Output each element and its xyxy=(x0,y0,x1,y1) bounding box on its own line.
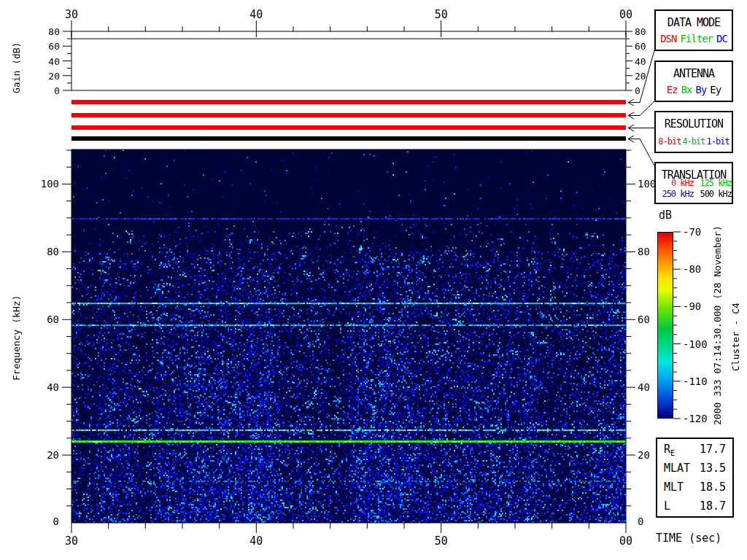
svg-text:40: 40 xyxy=(638,381,650,393)
svg-text:80: 80 xyxy=(638,246,650,257)
svg-text:0: 0 xyxy=(53,516,59,527)
translation-option-0khz: 0 kHz xyxy=(656,178,694,189)
svg-text:-90: -90 xyxy=(683,300,701,312)
resolution-option-1bit: 1-bit xyxy=(707,136,729,147)
data-mode-title: DATA MODE xyxy=(656,16,732,29)
translation-panel: TRANSLATION 0 kHz 125 kHz 250 kHz 500 kH… xyxy=(654,162,733,204)
translation-option-125khz: 125 kHz xyxy=(694,178,732,189)
ephemeris-box: RE 17.7 MLAT 13.5 MLT 18.5 L 18.7 xyxy=(656,438,734,518)
resolution-title: RESOLUTION xyxy=(656,117,732,131)
ephemeris-value: 13.5 xyxy=(700,461,726,480)
antenna-title: ANTENNA xyxy=(656,67,732,80)
svg-text:40: 40 xyxy=(47,381,59,393)
resolution-panel: RESOLUTION 8-bit 4-bit 1-bit xyxy=(654,111,733,153)
gain-axis-label: Gain (dB) xyxy=(11,42,22,93)
data-mode-option-dc: DC xyxy=(716,33,727,44)
svg-text:-110: -110 xyxy=(683,376,708,387)
svg-text:100: 100 xyxy=(41,178,59,190)
svg-text:-120: -120 xyxy=(683,413,708,424)
status-bar-antenna xyxy=(71,113,626,117)
status-bar-translation xyxy=(71,136,626,141)
antenna-option-ey: Ey xyxy=(710,84,721,96)
resolution-option-8bit: 8-bit xyxy=(658,136,681,147)
svg-text:60: 60 xyxy=(638,314,650,325)
status-bar-resolution xyxy=(71,125,626,130)
svg-text:20: 20 xyxy=(48,71,60,82)
svg-text:0: 0 xyxy=(54,85,60,96)
svg-text:40: 40 xyxy=(249,8,263,21)
svg-text:60: 60 xyxy=(635,41,646,52)
antenna-option-bx: Bx xyxy=(681,84,692,96)
time-axis-label: TIME (sec) xyxy=(656,532,721,545)
svg-text:00: 00 xyxy=(619,8,632,21)
translation-option-500khz: 500 kHz xyxy=(694,189,732,200)
ephemeris-label: MLT xyxy=(664,480,684,499)
svg-text:20: 20 xyxy=(47,449,59,461)
svg-text:0: 0 xyxy=(635,85,640,96)
antenna-panel: ANTENNA Ez Bx By Ey xyxy=(654,61,733,102)
ephemeris-row-mlat: MLAT 13.5 xyxy=(657,461,732,480)
colorbar-title: dB xyxy=(659,209,672,222)
svg-text:-100: -100 xyxy=(683,338,708,350)
spectrogram-canvas xyxy=(71,149,626,523)
ephemeris-row-l: L 18.7 xyxy=(657,499,732,518)
svg-text:50: 50 xyxy=(435,8,448,21)
svg-text:20: 20 xyxy=(638,449,650,461)
data-mode-panel: DATA MODE DSN Filter DC xyxy=(654,9,733,51)
spacecraft-label: Cluster - C4 xyxy=(730,303,741,371)
status-bar-data-mode xyxy=(71,100,626,104)
svg-text:30: 30 xyxy=(65,8,78,21)
svg-text:80: 80 xyxy=(635,26,646,37)
ephemeris-label: RE xyxy=(664,442,675,461)
ephemeris-value: 18.5 xyxy=(700,480,726,499)
svg-text:40: 40 xyxy=(48,56,60,67)
svg-text:40: 40 xyxy=(635,56,646,67)
wbd-spectrogram-page: 3040500080806060404020200010010080806060… xyxy=(0,0,747,560)
svg-text:50: 50 xyxy=(435,534,448,548)
svg-text:100: 100 xyxy=(638,178,656,190)
svg-text:0: 0 xyxy=(638,516,643,527)
antenna-option-by: By xyxy=(696,84,707,96)
antenna-option-ez: Ez xyxy=(667,84,678,96)
colorbar xyxy=(657,232,673,419)
svg-text:80: 80 xyxy=(47,246,59,257)
ephemeris-row-re: RE 17.7 xyxy=(657,442,732,461)
translation-option-250khz: 250 kHz xyxy=(656,189,694,200)
svg-text:40: 40 xyxy=(249,534,263,548)
data-mode-option-filter: Filter xyxy=(680,33,713,44)
svg-text:-80: -80 xyxy=(683,263,701,275)
ephemeris-row-mlt: MLT 18.5 xyxy=(657,480,732,499)
frequency-axis-label: Frequency (kHz) xyxy=(11,295,22,381)
ephemeris-label: L xyxy=(664,499,670,518)
ephemeris-value: 17.7 xyxy=(700,442,726,461)
svg-text:00: 00 xyxy=(619,534,632,548)
svg-text:60: 60 xyxy=(47,314,59,325)
start-datetime-label: 2000 333 07:14:30.000 (28 November) xyxy=(712,225,723,425)
data-mode-option-dsn: DSN xyxy=(660,33,676,44)
resolution-option-4bit: 4-bit xyxy=(682,136,705,147)
svg-text:20: 20 xyxy=(635,71,646,82)
svg-text:60: 60 xyxy=(48,41,60,52)
svg-text:30: 30 xyxy=(65,534,78,548)
ephemeris-label: MLAT xyxy=(664,461,690,480)
svg-text:80: 80 xyxy=(48,26,60,37)
ephemeris-value: 18.7 xyxy=(700,499,726,518)
svg-text:-70: -70 xyxy=(683,226,701,238)
